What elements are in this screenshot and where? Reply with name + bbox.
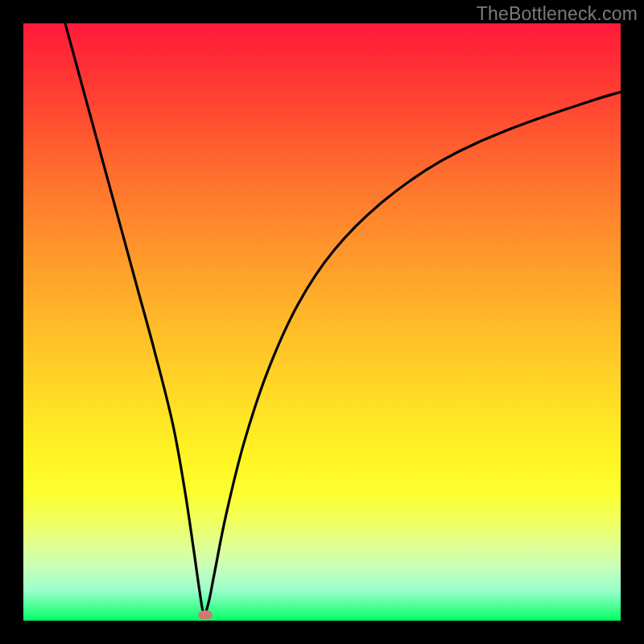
bottleneck-curve [65, 23, 621, 614]
minimum-marker-dot [198, 610, 213, 620]
watermark-text: TheBottleneck.com [477, 3, 638, 25]
plot-area [23, 23, 621, 621]
curve-svg [23, 23, 621, 621]
chart-frame: TheBottleneck.com [0, 0, 644, 644]
